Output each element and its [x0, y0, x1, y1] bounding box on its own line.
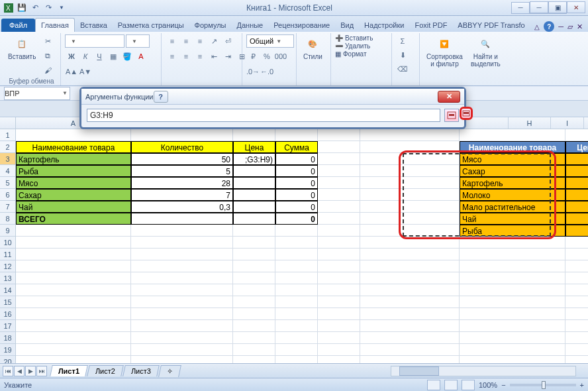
cell[interactable]: 50	[565, 165, 588, 177]
tab-addins[interactable]: Надстройки	[359, 19, 409, 32]
cell[interactable]	[360, 320, 460, 332]
cell[interactable]	[318, 129, 360, 141]
file-tab[interactable]: Файл	[1, 19, 35, 32]
cell[interactable]	[16, 249, 131, 260]
delete-cells-button[interactable]: ➖Удалить	[335, 42, 370, 50]
cell[interactable]: ВСЕГО	[16, 213, 131, 225]
cell[interactable]	[275, 320, 318, 332]
cell[interactable]	[233, 260, 275, 272]
row-header-5[interactable]: 5	[0, 177, 15, 189]
align-right-icon[interactable]: ≡	[193, 50, 207, 63]
row-header-12[interactable]: 12	[0, 260, 15, 272]
redo-icon[interactable]: ↷	[42, 2, 54, 14]
cell[interactable]	[16, 129, 131, 141]
cell[interactable]: Чай	[16, 201, 131, 213]
minimize-button[interactable]: ─	[530, 1, 548, 13]
cell[interactable]	[16, 332, 131, 344]
sheet-nav-prev-icon[interactable]: ◀	[14, 366, 24, 376]
cell[interactable]	[131, 296, 233, 308]
save-icon[interactable]: 💾	[16, 2, 28, 14]
cell[interactable]	[318, 260, 360, 272]
cell[interactable]	[360, 272, 460, 284]
cell[interactable]	[360, 201, 460, 213]
name-box[interactable]: ВПР▼	[4, 87, 70, 100]
cell[interactable]	[565, 284, 588, 296]
cell[interactable]	[233, 296, 275, 308]
tab-insert[interactable]: Вставка	[75, 19, 113, 32]
cell[interactable]	[318, 141, 360, 153]
copy-icon[interactable]: ⧉	[41, 49, 54, 62]
decrease-indent-icon[interactable]: ⇤	[207, 50, 220, 63]
cell[interactable]: Цена	[565, 141, 588, 153]
dialog-help-button[interactable]: ?	[154, 91, 168, 103]
cell[interactable]	[16, 296, 131, 308]
cell[interactable]	[16, 344, 131, 356]
cell[interactable]	[233, 249, 275, 260]
col-header-i[interactable]: I	[551, 117, 584, 129]
orientation-icon[interactable]: ↗	[207, 34, 220, 48]
cell[interactable]: 7	[131, 189, 233, 201]
inner-close-icon[interactable]: ✕	[577, 23, 583, 31]
cell[interactable]: 0	[275, 201, 318, 213]
cell[interactable]	[460, 284, 565, 296]
row-header-19[interactable]: 19	[0, 344, 15, 356]
cell[interactable]	[131, 249, 233, 260]
italic-icon[interactable]: К	[79, 50, 92, 63]
close-button[interactable]: ✕	[567, 1, 585, 13]
col-header-h[interactable]: H	[509, 117, 551, 129]
cell[interactable]	[460, 320, 565, 332]
row-header-3[interactable]: 3	[0, 153, 15, 165]
cell[interactable]	[275, 272, 318, 284]
cell[interactable]	[318, 272, 360, 284]
cell[interactable]	[131, 260, 233, 272]
row-header-4[interactable]: 4	[0, 165, 15, 177]
cell[interactable]	[131, 284, 233, 296]
cell[interactable]: 0	[275, 165, 318, 177]
tab-abbyy[interactable]: ABBYY PDF Transfo	[452, 19, 530, 32]
cell[interactable]	[16, 272, 131, 284]
cell[interactable]: Рыба	[460, 225, 565, 237]
cell[interactable]: Мало растительное	[460, 201, 565, 213]
cell[interactable]	[318, 225, 360, 237]
cell[interactable]	[233, 284, 275, 296]
cell[interactable]	[131, 225, 233, 237]
dialog-close-button[interactable]: ✕	[438, 91, 460, 103]
cell[interactable]	[131, 344, 233, 356]
insert-cells-button[interactable]: ➕Вставить	[335, 34, 373, 42]
row-header-11[interactable]: 11	[0, 249, 15, 260]
cell[interactable]	[318, 213, 360, 225]
cell[interactable]: 70	[565, 189, 588, 201]
cells-container[interactable]: Наименование товараКоличествоЦенаСуммаКа…	[16, 129, 588, 363]
align-middle-icon[interactable]: ≡	[179, 34, 193, 48]
cell[interactable]	[565, 272, 588, 284]
find-select-button[interactable]: 🔍 Найти и выделить	[468, 34, 503, 69]
cell[interactable]	[318, 153, 360, 165]
cell[interactable]: Наименование товара	[16, 141, 131, 153]
view-normal-icon[interactable]	[427, 380, 440, 390]
cell[interactable]: 0	[275, 153, 318, 165]
cell[interactable]	[16, 260, 131, 272]
cell[interactable]	[360, 237, 460, 249]
qat-dropdown-icon[interactable]: ▼	[56, 2, 68, 14]
cell[interactable]	[360, 332, 460, 344]
cell[interactable]	[565, 129, 588, 141]
dialog-collapse-button[interactable]	[444, 109, 459, 122]
row-header-17[interactable]: 17	[0, 320, 15, 332]
format-painter-icon[interactable]: 🖌	[41, 64, 54, 77]
currency-icon[interactable]: ₽	[246, 50, 260, 63]
cell[interactable]: 64	[565, 201, 588, 213]
cell[interactable]	[275, 356, 318, 363]
cell[interactable]	[318, 344, 360, 356]
tab-view[interactable]: Вид	[335, 19, 359, 32]
sheet-nav-last-icon[interactable]: ⏭	[36, 366, 47, 376]
cell[interactable]	[360, 177, 460, 189]
cell[interactable]: Картофель	[16, 153, 131, 165]
styles-button[interactable]: 🎨 Стили	[301, 34, 325, 62]
zoom-out-icon[interactable]: −	[501, 381, 505, 389]
dialog-range-input[interactable]	[87, 109, 440, 122]
zoom-level[interactable]: 100%	[479, 381, 497, 389]
collapse-button-highlight[interactable]	[460, 107, 473, 120]
cell[interactable]	[360, 129, 460, 141]
cell[interactable]	[460, 344, 565, 356]
cell[interactable]: Наименование товара	[460, 141, 565, 153]
